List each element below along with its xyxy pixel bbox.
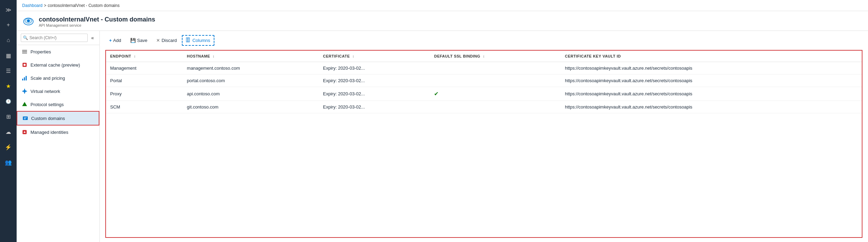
sidebar-item-scale-pricing[interactable]: Scale and pricing	[17, 71, 99, 85]
cell-certificate: Expiry: 2020-03-02...	[319, 101, 430, 113]
toolbar: + Add 💾 Save ✕ Discard Columns	[105, 35, 862, 46]
add-icon: +	[109, 38, 112, 43]
cell-certificate: Expiry: 2020-03-02...	[319, 75, 430, 87]
cell-certificate: Expiry: 2020-03-02...	[319, 87, 430, 101]
breadcrumb-home-link[interactable]: Dashboard	[22, 3, 43, 8]
sort-certificate-icon[interactable]: ↕	[353, 54, 355, 58]
service-icon	[22, 15, 35, 28]
custom-domains-icon	[22, 115, 28, 121]
discard-button[interactable]: ✕ Discard	[152, 36, 180, 45]
cell-certificate: Expiry: 2020-03-02...	[319, 62, 430, 75]
cell-default_ssl: ✔	[430, 87, 561, 101]
sidebar-item-protocol-settings[interactable]: Protocol settings	[17, 98, 99, 111]
svg-rect-8	[22, 79, 23, 80]
cell-cert_keyvault: https://contosoapimkeyvault.vault.azure.…	[561, 75, 862, 87]
svg-rect-9	[24, 77, 25, 80]
svg-rect-15	[23, 116, 28, 120]
protocol-settings-icon	[21, 101, 28, 107]
table-row[interactable]: Portalportal.contoso.comExpiry: 2020-03-…	[106, 75, 862, 87]
sidebar-item-managed-identities-label: Managed identities	[30, 130, 68, 135]
svg-marker-14	[22, 102, 27, 106]
cell-default_ssl	[430, 62, 561, 75]
table-container: ENDPOINT ↕ HOSTNAME ↕ CERTIFICATE ↕	[105, 50, 862, 238]
managed-identities-icon	[21, 129, 28, 135]
dashboard-icon[interactable]: ▦	[1, 49, 15, 62]
people-icon[interactable]: 👥	[1, 155, 15, 169]
sidebar-item-virtual-network-label: Virtual network	[30, 89, 60, 94]
sidebar-item-custom-domains-label: Custom domains	[31, 116, 65, 121]
cell-endpoint: Management	[106, 62, 183, 75]
table-body: Managementmanagement.contoso.comExpiry: …	[106, 62, 862, 113]
discard-icon: ✕	[156, 38, 160, 43]
sidebar-item-virtual-network[interactable]: Virtual network	[17, 85, 99, 98]
sidebar-item-custom-domains[interactable]: Custom domains	[17, 111, 99, 126]
sidebar-item-external-cache-label: External cache (preview)	[30, 62, 80, 68]
breadcrumb: Dashboard > contosoInternalVnet - Custom…	[17, 0, 868, 11]
col-header-default-ssl[interactable]: DEFAULT SSL BINDING ↕	[430, 51, 561, 62]
page-title: contosoInternalVnet - Custom domains	[39, 16, 155, 23]
scale-pricing-icon	[21, 75, 28, 81]
lightning-icon[interactable]: ⚡	[1, 140, 15, 154]
cell-endpoint: Proxy	[106, 87, 183, 101]
sidebar-item-managed-identities[interactable]: Managed identities	[17, 126, 99, 139]
external-cache-icon	[21, 62, 28, 68]
cell-cert_keyvault: https://contosoapimkeyvault.vault.azure.…	[561, 101, 862, 113]
collapse-sidebar-icon[interactable]: ≫	[1, 3, 15, 17]
discard-label: Discard	[161, 38, 177, 43]
add-button[interactable]: + Add	[105, 36, 125, 45]
custom-domains-table: ENDPOINT ↕ HOSTNAME ↕ CERTIFICATE ↕	[106, 51, 862, 113]
table-row[interactable]: Managementmanagement.contoso.comExpiry: …	[106, 62, 862, 75]
sidebar-item-protocol-settings-label: Protocol settings	[30, 102, 64, 107]
sort-default-ssl-icon[interactable]: ↕	[483, 54, 485, 58]
col-header-certificate[interactable]: CERTIFICATE ↕	[319, 51, 430, 62]
sidebar-item-properties-label: Properties	[30, 49, 51, 54]
svg-rect-5	[22, 53, 27, 53]
save-button[interactable]: 💾 Save	[126, 36, 151, 45]
cell-endpoint: Portal	[106, 75, 183, 87]
svg-point-7	[24, 64, 26, 66]
list-icon[interactable]: ☰	[1, 64, 15, 78]
col-header-hostname[interactable]: HOSTNAME ↕	[183, 51, 319, 62]
sidebar-item-scale-pricing-label: Scale and pricing	[30, 76, 65, 81]
cloud-icon[interactable]: ☁	[1, 125, 15, 139]
svg-rect-3	[22, 50, 27, 51]
svg-point-2	[27, 19, 30, 22]
cell-hostname: portal.contoso.com	[183, 75, 319, 87]
col-header-cert-keyvault[interactable]: CERTIFICATE KEY VAULT ID	[561, 51, 862, 62]
add-label: Add	[113, 38, 121, 43]
sidebar-item-external-cache[interactable]: External cache (preview)	[17, 58, 99, 71]
cell-cert_keyvault: https://contosoapimkeyvault.vault.azure.…	[561, 62, 862, 75]
svg-rect-19	[186, 38, 188, 42]
svg-rect-16	[24, 118, 27, 118]
cell-hostname: management.contoso.com	[183, 62, 319, 75]
page-header-text: contosoInternalVnet - Custom domains API…	[39, 16, 155, 27]
cell-default_ssl	[430, 101, 561, 113]
sidebar: 🔍 « Properties External cache (preview)	[17, 31, 100, 242]
col-header-endpoint[interactable]: ENDPOINT ↕	[106, 51, 183, 62]
page-header: contosoInternalVnet - Custom domains API…	[17, 11, 868, 31]
table-row[interactable]: Proxyapi.contoso.comExpiry: 2020-03-02..…	[106, 87, 862, 101]
sort-endpoint-icon[interactable]: ↕	[134, 54, 136, 58]
cell-default_ssl	[430, 75, 561, 87]
svg-rect-17	[24, 119, 26, 119]
sidebar-collapse-button[interactable]: «	[90, 35, 95, 41]
svg-rect-10	[26, 76, 27, 80]
plus-icon[interactable]: +	[1, 18, 15, 32]
home-icon[interactable]: ⌂	[1, 33, 15, 47]
sidebar-search-container: 🔍 «	[17, 31, 99, 45]
clock-icon[interactable]: 🕐	[1, 94, 15, 108]
columns-button[interactable]: Columns	[182, 35, 214, 46]
sidebar-item-properties[interactable]: Properties	[17, 45, 99, 58]
table-row[interactable]: SCMgit.contoso.comExpiry: 2020-03-02...h…	[106, 101, 862, 113]
virtual-network-icon	[21, 88, 28, 94]
sort-hostname-icon[interactable]: ↕	[213, 54, 215, 58]
properties-icon	[21, 49, 28, 55]
main-panel: + Add 💾 Save ✕ Discard Columns	[100, 31, 868, 242]
save-icon: 💾	[130, 38, 136, 43]
grid-icon[interactable]: ⊞	[1, 110, 15, 123]
cell-endpoint: SCM	[106, 101, 183, 113]
main-wrapper: Dashboard > contosoInternalVnet - Custom…	[17, 0, 868, 242]
search-icon: 🔍	[23, 35, 28, 40]
star-icon[interactable]: ★	[1, 79, 15, 93]
search-input[interactable]	[21, 34, 88, 42]
